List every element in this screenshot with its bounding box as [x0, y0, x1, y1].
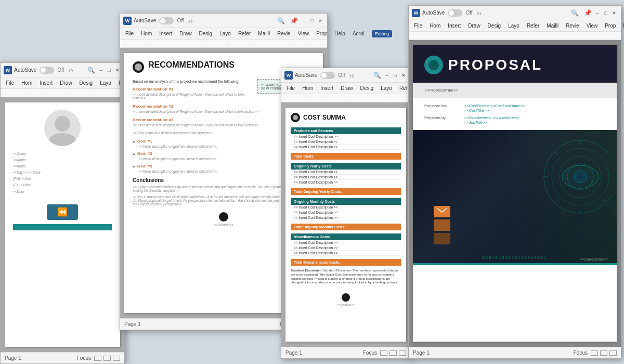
- monthly-row-1: << Insert Cost Description >>: [291, 205, 401, 210]
- menu-home-4[interactable]: Hom: [426, 22, 444, 30]
- more-btn-3[interactable]: ››: [349, 71, 354, 80]
- doc-content-4: PROPOSAL <<ProposalTitle>> Prepared for:…: [409, 40, 621, 347]
- more-btn-1[interactable]: ››: [69, 66, 73, 74]
- maximize-btn-3[interactable]: □: [392, 72, 399, 79]
- menu-help-2[interactable]: Help: [331, 30, 348, 37]
- menu-view-4[interactable]: View: [583, 22, 601, 30]
- menu-insert-4[interactable]: Insert: [445, 22, 464, 30]
- autosave-toggle-4[interactable]: [448, 9, 462, 17]
- menu-layout-1[interactable]: Layo: [97, 79, 114, 87]
- view-icon-4a[interactable]: [591, 350, 598, 356]
- misc-row-3: << Insert Cost Description >>: [291, 251, 401, 256]
- menu-insert-2[interactable]: Insert: [156, 30, 175, 37]
- window-1[interactable]: W AutoSave Off ›› 🔍 – □ ✕ File Hom Inser…: [0, 62, 125, 364]
- minimize-btn-4[interactable]: –: [594, 9, 601, 17]
- menu-references-2[interactable]: Refer: [235, 30, 254, 37]
- autosave-toggle-1[interactable]: [40, 67, 54, 74]
- menu-mailings-4[interactable]: Mailli: [543, 22, 562, 30]
- cost-logo: [291, 113, 300, 122]
- proposal-info: Prepared for: <<CostFirst>> <<CostLastNa…: [413, 98, 617, 130]
- search-icon-4[interactable]: 🔍: [571, 9, 579, 17]
- prepared-for-row: Prepared for: <<CostFirst>> <<CostLastNa…: [424, 103, 605, 113]
- more-btn-4[interactable]: ››: [477, 9, 482, 17]
- menu-draw-3[interactable]: Draw: [337, 84, 356, 92]
- cost-section-total-yearly: Total Ongoing Yearly Costs:: [291, 188, 401, 195]
- menu-file-2[interactable]: File: [122, 30, 137, 37]
- menu-draw-4[interactable]: Draw: [465, 22, 483, 30]
- menu-file-3[interactable]: File: [283, 84, 298, 92]
- view-icon-1b[interactable]: [103, 356, 111, 361]
- yearly-header: Ongoing Yearly Costs: [291, 163, 401, 170]
- menu-design-1[interactable]: Desig: [76, 79, 96, 87]
- face-gradient: [504, 130, 617, 265]
- menu-home-2[interactable]: Hom: [138, 30, 155, 37]
- maximize-btn-1[interactable]: □: [106, 67, 113, 74]
- menu-insert-3[interactable]: Insert: [317, 84, 336, 92]
- autosave-toggle-2[interactable]: [159, 17, 174, 24]
- status-bar-3: Page 1 Focus: [281, 347, 410, 358]
- misc-header: Miscellaneous Costs: [291, 233, 401, 240]
- search-icon-2[interactable]: 🔍: [277, 17, 285, 24]
- view-icon-1a[interactable]: [94, 356, 101, 361]
- menu-design-4[interactable]: Desig: [485, 22, 504, 30]
- menu-draw-2[interactable]: Draw: [176, 30, 194, 37]
- menu-insert-1[interactable]: Insert: [36, 79, 56, 87]
- menu-home-3[interactable]: Hom: [299, 84, 316, 92]
- menu-layout-4[interactable]: Layo: [505, 22, 523, 30]
- menu-acro-2[interactable]: Acrol: [349, 30, 368, 37]
- proposal-title: PROPOSAL: [448, 57, 542, 73]
- view-icon-4b[interactable]: [600, 350, 607, 356]
- view-icon-4c[interactable]: [609, 350, 617, 356]
- minimize-btn-2[interactable]: –: [300, 17, 307, 24]
- view-icon-3c[interactable]: [399, 350, 406, 356]
- maximize-btn-4[interactable]: □: [602, 9, 609, 17]
- search-icon-3[interactable]: 🔍: [373, 72, 381, 79]
- more-btn-2[interactable]: ››: [188, 17, 193, 25]
- minimize-btn-1[interactable]: –: [97, 67, 105, 74]
- pin-icon-4[interactable]: 📌: [584, 9, 592, 17]
- menu-layout-3[interactable]: Layo: [378, 84, 395, 92]
- window-3[interactable]: W AutoSave Off ›› 🔍 – □ ✕ File Hom Inser…: [281, 68, 411, 359]
- close-btn-4[interactable]: ✕: [610, 9, 618, 17]
- view-icon-1c[interactable]: [113, 356, 120, 361]
- menu-design-3[interactable]: Desig: [357, 84, 377, 92]
- menu-prop-2[interactable]: Prop: [313, 30, 330, 37]
- menu-bar-4: File Hom Insert Draw Desig Layo Refer Ma…: [409, 20, 621, 32]
- close-btn-3[interactable]: ✕: [400, 72, 407, 79]
- menu-file-1[interactable]: File: [3, 79, 17, 87]
- maximize-btn-2[interactable]: □: [308, 17, 316, 24]
- menu-references-4[interactable]: Refer: [524, 22, 542, 30]
- window-3-titlebar: W AutoSave Off ›› 🔍 – □ ✕: [281, 68, 410, 83]
- phone-placeholder: (PH) <<Wor: [13, 176, 112, 181]
- rewind-btn[interactable]: ⏪: [13, 204, 112, 220]
- view-icon-3a[interactable]: [380, 350, 387, 356]
- menu-review-2[interactable]: Revie: [274, 30, 294, 37]
- view-icon-3b[interactable]: [389, 350, 397, 356]
- teal-bar: [13, 224, 112, 230]
- menu-design-2[interactable]: Desig: [196, 30, 216, 37]
- menu-prop-4[interactable]: Prop: [602, 22, 619, 30]
- menu-draw-1[interactable]: Draw: [57, 79, 75, 87]
- minimize-btn-3[interactable]: –: [383, 72, 391, 79]
- email-icons: [434, 206, 450, 244]
- close-btn-2[interactable]: ✕: [317, 17, 324, 24]
- menu-file-4[interactable]: File: [411, 22, 425, 30]
- menu-review-4[interactable]: Revie: [563, 22, 582, 30]
- email-icon-1: [434, 206, 450, 217]
- pin-icon-2[interactable]: 📌: [290, 17, 298, 24]
- menu-mailings-2[interactable]: Mailli: [255, 30, 273, 37]
- cost-row-1: << Insert Cost Description >>: [291, 134, 401, 139]
- prepared-by-row: Prepared by: <<FirstName>> <<LastName>><…: [424, 115, 605, 125]
- search-icon-1[interactable]: 🔍: [87, 67, 95, 74]
- window-4[interactable]: W AutoSave Off ›› 🔍 📌 – □ ✕ File Hom Ins…: [408, 5, 621, 359]
- menu-help-4[interactable]: Help: [620, 22, 624, 30]
- menu-layout-2[interactable]: Layo: [216, 30, 234, 37]
- goal-1-heading: Goal #1: [137, 139, 152, 144]
- cost-header: COST SUMMA: [291, 113, 401, 122]
- status-right-4: Focus: [574, 350, 617, 356]
- autosave-toggle-3[interactable]: [320, 72, 335, 79]
- goal-2-heading: Goal #2: [137, 151, 152, 156]
- menu-home-1[interactable]: Hom: [18, 79, 35, 87]
- word-logo-3: W: [284, 71, 293, 80]
- menu-view-2[interactable]: View: [295, 30, 313, 37]
